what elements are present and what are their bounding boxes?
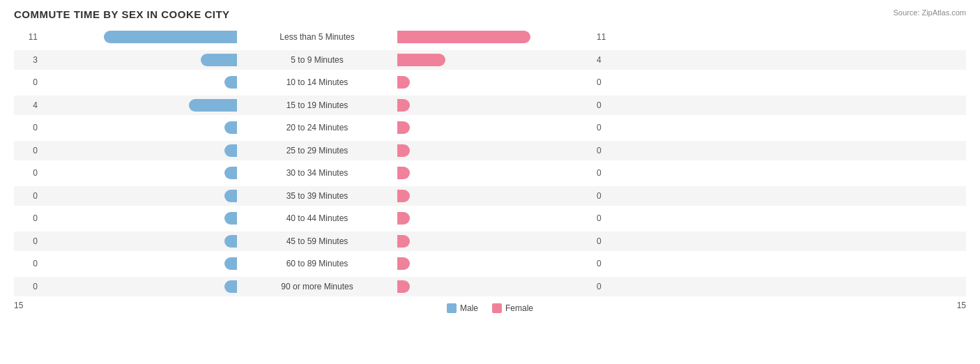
- axis-min: 15: [14, 301, 23, 313]
- female-bar-wrap: [397, 235, 592, 248]
- legend-female: Female: [492, 303, 533, 313]
- row-label: 60 to 89 Minutes: [237, 259, 397, 268]
- male-bar-wrap: [42, 280, 237, 293]
- male-bar-wrap: [42, 76, 237, 89]
- male-swatch: [447, 303, 457, 313]
- male-value: 0: [14, 191, 42, 201]
- table-row: 4 15 to 19 Minutes 0: [14, 96, 966, 115]
- male-bar: [224, 280, 237, 293]
- female-bar-wrap: [397, 144, 592, 157]
- chart-container: COMMUTE TIME BY SEX IN COOKE CITY Source…: [0, 0, 980, 364]
- row-label: 30 to 34 Minutes: [237, 168, 397, 178]
- female-bar: [397, 76, 410, 89]
- row-label: 5 to 9 Minutes: [237, 55, 397, 65]
- male-value: 0: [14, 146, 42, 156]
- row-label: 35 to 39 Minutes: [237, 191, 397, 201]
- male-bar-wrap: [42, 54, 237, 66]
- legend-female-label: Female: [505, 303, 533, 313]
- female-value: 11: [592, 32, 620, 42]
- female-bar: [397, 190, 410, 202]
- male-bar-wrap: [42, 212, 237, 225]
- male-bar: [104, 31, 237, 43]
- female-bar-wrap: [397, 76, 592, 89]
- female-value: 0: [592, 213, 620, 223]
- row-label: 25 to 29 Minutes: [237, 146, 397, 156]
- male-bar-wrap: [42, 121, 237, 134]
- male-bar-wrap: [42, 190, 237, 202]
- female-value: 0: [592, 168, 620, 178]
- male-bar-wrap: [42, 257, 237, 270]
- table-row: 0 40 to 44 Minutes 0: [14, 208, 966, 228]
- chart-title: COMMUTE TIME BY SEX IN COOKE CITY: [14, 8, 966, 20]
- table-row: 0 10 to 14 Minutes 0: [14, 73, 966, 92]
- axis-max: 15: [957, 301, 966, 313]
- table-row: 0 25 to 29 Minutes 0: [14, 141, 966, 160]
- male-bar: [224, 167, 237, 179]
- female-bar: [397, 235, 410, 248]
- source-label: Source: ZipAtlas.com: [893, 8, 966, 17]
- male-value: 0: [14, 236, 42, 246]
- male-bar: [201, 54, 237, 66]
- male-bar-wrap: [42, 167, 237, 179]
- male-bar: [224, 257, 237, 270]
- male-bar-wrap: [42, 144, 237, 157]
- table-row: 0 45 to 59 Minutes 0: [14, 232, 966, 251]
- row-container: 11 Less than 5 Minutes 11 3 5 to 9 Minut…: [14, 26, 966, 298]
- table-row: 0 20 to 24 Minutes 0: [14, 118, 966, 137]
- male-value: 0: [14, 213, 42, 223]
- male-value: 3: [14, 55, 42, 65]
- row-label: Less than 5 Minutes: [237, 32, 397, 42]
- female-bar: [397, 99, 410, 112]
- male-bar: [189, 99, 237, 112]
- female-value: 0: [592, 191, 620, 201]
- female-bar-wrap: [397, 190, 592, 202]
- female-bar: [397, 54, 445, 66]
- table-row: 3 5 to 9 Minutes 4: [14, 50, 966, 70]
- male-bar: [224, 144, 237, 157]
- female-value: 0: [592, 123, 620, 132]
- female-value: 0: [592, 259, 620, 268]
- female-bar-wrap: [397, 280, 592, 293]
- legend: Male Female: [447, 303, 533, 313]
- female-value: 0: [592, 146, 620, 156]
- male-value: 0: [14, 282, 42, 291]
- female-bar: [397, 121, 410, 134]
- female-bar-wrap: [397, 31, 592, 43]
- row-label: 15 to 19 Minutes: [237, 100, 397, 110]
- row-label: 20 to 24 Minutes: [237, 123, 397, 132]
- female-bar: [397, 31, 530, 43]
- table-row: 0 90 or more Minutes 0: [14, 277, 966, 296]
- male-value: 0: [14, 123, 42, 132]
- male-bar: [224, 190, 237, 202]
- axis-labels: 15 Male Female 15: [14, 298, 966, 313]
- table-row: 11 Less than 5 Minutes 11: [14, 27, 966, 47]
- female-value: 0: [592, 282, 620, 291]
- male-value: 4: [14, 100, 42, 110]
- male-value: 0: [14, 168, 42, 178]
- male-bar-wrap: [42, 31, 237, 43]
- male-bar: [224, 212, 237, 225]
- chart-area: 11 Less than 5 Minutes 11 3 5 to 9 Minut…: [14, 26, 966, 319]
- male-bar-wrap: [42, 99, 237, 112]
- female-value: 0: [592, 77, 620, 87]
- female-bar-wrap: [397, 257, 592, 270]
- table-row: 0 35 to 39 Minutes 0: [14, 186, 966, 206]
- female-bar-wrap: [397, 167, 592, 179]
- male-bar: [224, 235, 237, 248]
- female-bar: [397, 280, 410, 293]
- female-bar: [397, 167, 410, 179]
- female-bar-wrap: [397, 121, 592, 134]
- male-value: 11: [14, 32, 42, 42]
- legend-male: Male: [447, 303, 478, 313]
- row-label: 40 to 44 Minutes: [237, 213, 397, 223]
- female-swatch: [492, 303, 502, 313]
- row-label: 45 to 59 Minutes: [237, 236, 397, 246]
- female-bar: [397, 144, 410, 157]
- female-value: 0: [592, 236, 620, 246]
- male-bar-wrap: [42, 235, 237, 248]
- female-bar-wrap: [397, 212, 592, 225]
- male-value: 0: [14, 259, 42, 268]
- female-bar-wrap: [397, 99, 592, 112]
- female-bar: [397, 257, 410, 270]
- female-value: 4: [592, 55, 620, 65]
